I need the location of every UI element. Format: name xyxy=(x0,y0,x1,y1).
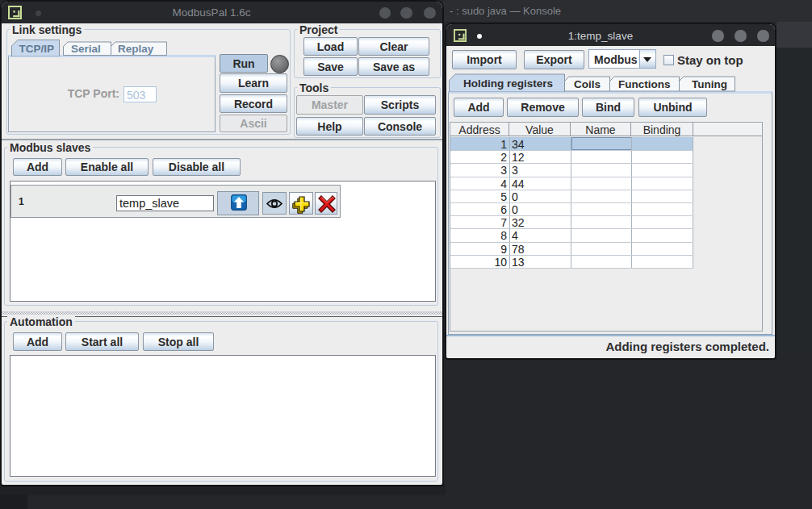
svg-text:Holding registers: Holding registers xyxy=(463,77,553,90)
svg-text:Coils: Coils xyxy=(574,78,601,90)
svg-text:Serial: Serial xyxy=(71,43,101,55)
svg-text:Tuning: Tuning xyxy=(692,78,727,90)
svg-text:TCP/IP: TCP/IP xyxy=(19,43,55,55)
svg-text:Functions: Functions xyxy=(618,78,671,90)
svg-text:Replay: Replay xyxy=(118,43,154,55)
